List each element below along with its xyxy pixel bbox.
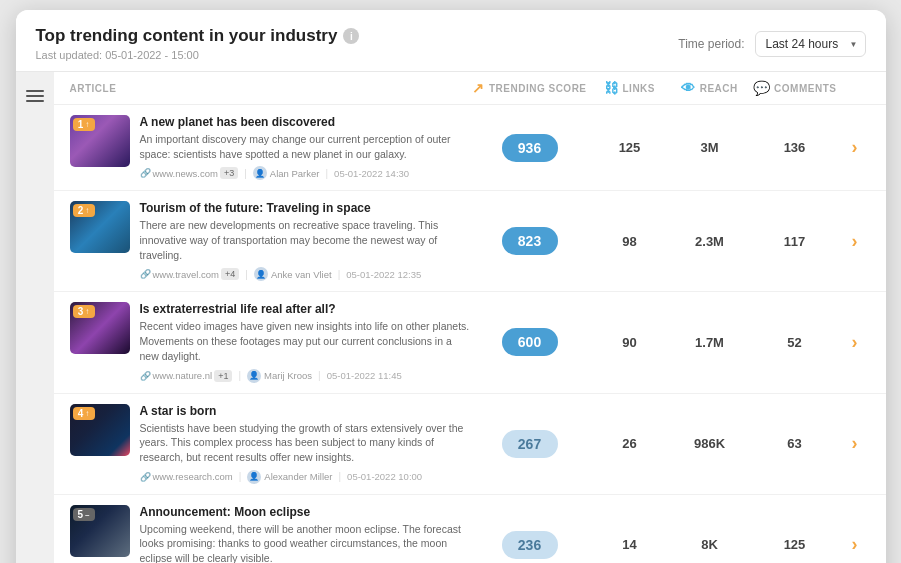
reach-icon: 👁: [681, 80, 696, 96]
header-left: Top trending content in your industry i …: [36, 26, 360, 61]
rank-change: ↑: [85, 206, 89, 215]
article-description: Scientists have been studying the growth…: [140, 421, 470, 465]
article-title: Announcement: Moon eclipse: [140, 505, 470, 519]
reach-cell: 2.3M: [670, 234, 750, 249]
rank-badge: 3 ↑: [73, 305, 95, 318]
score-cell: 236: [470, 531, 590, 559]
rank-badge: 5 –: [73, 508, 95, 521]
article-date: 05-01-2022 12:35: [346, 269, 421, 280]
chevron-cell[interactable]: ›: [840, 433, 870, 454]
rank-badge: 1 ↑: [73, 118, 95, 131]
main-content: ARTICLE ↗ TRENDING SCORE ⛓ LINKS 👁 REACH…: [54, 72, 886, 563]
rank-change: –: [85, 510, 89, 519]
rank-image: 3 ↑: [70, 302, 130, 354]
author-name: Alexander Miller: [264, 471, 332, 482]
article-author: 👤 Alan Parker: [253, 166, 320, 180]
chevron-right-icon[interactable]: ›: [852, 433, 858, 454]
article-author: 👤 Alexander Miller: [247, 470, 332, 484]
body-layout: ARTICLE ↗ TRENDING SCORE ⛓ LINKS 👁 REACH…: [16, 72, 886, 563]
trending-score-badge: 823: [502, 227, 558, 255]
article-description: An important discovery may change our cu…: [140, 132, 470, 161]
rank-change: ↑: [85, 120, 89, 129]
chevron-right-icon[interactable]: ›: [852, 231, 858, 252]
rank-number: 2: [78, 205, 84, 216]
hamburger-menu[interactable]: [22, 86, 48, 106]
header-right: Time period: Last 24 hours Last 7 days L…: [678, 31, 865, 57]
score-cell: 600: [470, 328, 590, 356]
table-row: 2 ↑ Tourism of the future: Traveling in …: [54, 191, 886, 292]
table-row: 3 ↑ Is extraterrestrial life real after …: [54, 292, 886, 393]
article-date: 05-01-2022 10:00: [347, 471, 422, 482]
rank-number: 1: [78, 119, 84, 130]
article-date: 05-01-2022 14:30: [334, 168, 409, 179]
time-period-label: Time period:: [678, 37, 744, 51]
meta-divider: |: [244, 168, 247, 179]
rank-number: 5: [77, 509, 83, 520]
source-name: www.news.com: [153, 168, 218, 179]
chevron-right-icon[interactable]: ›: [852, 534, 858, 555]
links-cell: 90: [590, 335, 670, 350]
hamburger-line-3: [26, 100, 44, 102]
rank-change: ↑: [85, 409, 89, 418]
article-cell: 4 ↑ A star is born Scientists have been …: [70, 404, 470, 484]
title-text: Top trending content in your industry: [36, 26, 338, 46]
meta-divider: |: [245, 269, 248, 280]
article-title: Tourism of the future: Traveling in spac…: [140, 201, 470, 215]
article-date: 05-01-2022 11:45: [327, 370, 402, 381]
trending-score-badge: 236: [502, 531, 558, 559]
article-title: A star is born: [140, 404, 470, 418]
article-description: There are new developments on recreative…: [140, 218, 470, 262]
article-meta: 🔗 www.nature.nl +1 | 👤 Marij Kroos | 05-…: [140, 369, 470, 383]
article-meta: 🔗 www.news.com +3 | 👤 Alan Parker | 05-0…: [140, 166, 470, 180]
table-header: ARTICLE ↗ TRENDING SCORE ⛓ LINKS 👁 REACH…: [54, 72, 886, 105]
reach-cell: 8K: [670, 537, 750, 552]
comments-cell: 125: [750, 537, 840, 552]
article-cell: 5 – Announcement: Moon eclipse Upcoming …: [70, 505, 470, 563]
score-cell: 823: [470, 227, 590, 255]
score-cell: 936: [470, 134, 590, 162]
article-author: 👤 Anke van Vliet: [254, 267, 332, 281]
reach-cell: 1.7M: [670, 335, 750, 350]
meta-divider-2: |: [318, 370, 321, 381]
source-name: www.research.com: [153, 471, 233, 482]
author-name: Anke van Vliet: [271, 269, 332, 280]
articles-container: 1 ↑ A new planet has been discovered An …: [54, 105, 886, 563]
rank-image: 1 ↑: [70, 115, 130, 167]
col-action: [840, 80, 870, 96]
links-cell: 26: [590, 436, 670, 451]
header: Top trending content in your industry i …: [16, 10, 886, 72]
chevron-cell[interactable]: ›: [840, 231, 870, 252]
article-info: Is extraterrestrial life real after all?…: [140, 302, 470, 382]
article-source: 🔗 www.research.com: [140, 471, 233, 482]
reach-cell: 986K: [670, 436, 750, 451]
col-links: ⛓ LINKS: [590, 80, 670, 96]
col-article: ARTICLE: [70, 80, 470, 96]
author-avatar: 👤: [247, 369, 261, 383]
article-info: A new planet has been discovered An impo…: [140, 115, 470, 180]
chevron-right-icon[interactable]: ›: [852, 332, 858, 353]
time-period-select[interactable]: Last 24 hours Last 7 days Last 30 days: [755, 31, 866, 57]
info-icon[interactable]: i: [343, 28, 359, 44]
reach-cell: 3M: [670, 140, 750, 155]
rank-badge: 4 ↑: [73, 407, 95, 420]
source-name: www.travel.com: [153, 269, 220, 280]
article-author: 👤 Marij Kroos: [247, 369, 312, 383]
trending-score-badge: 600: [502, 328, 558, 356]
author-name: Marij Kroos: [264, 370, 312, 381]
source-name: www.nature.nl: [153, 370, 213, 381]
time-period-wrapper[interactable]: Last 24 hours Last 7 days Last 30 days: [755, 31, 866, 57]
chevron-cell[interactable]: ›: [840, 332, 870, 353]
table-row: 1 ↑ A new planet has been discovered An …: [54, 105, 886, 191]
chevron-right-icon[interactable]: ›: [852, 137, 858, 158]
meta-divider: |: [239, 471, 242, 482]
rank-image: 2 ↑: [70, 201, 130, 253]
chevron-cell[interactable]: ›: [840, 534, 870, 555]
last-updated: Last updated: 05-01-2022 - 15:00: [36, 49, 360, 61]
meta-divider-2: |: [338, 269, 341, 280]
page-title: Top trending content in your industry i: [36, 26, 360, 46]
chevron-cell[interactable]: ›: [840, 137, 870, 158]
rank-image: 5 –: [70, 505, 130, 557]
source-count: +1: [214, 370, 232, 382]
comments-cell: 52: [750, 335, 840, 350]
article-meta: 🔗 www.travel.com +4 | 👤 Anke van Vliet |…: [140, 267, 470, 281]
